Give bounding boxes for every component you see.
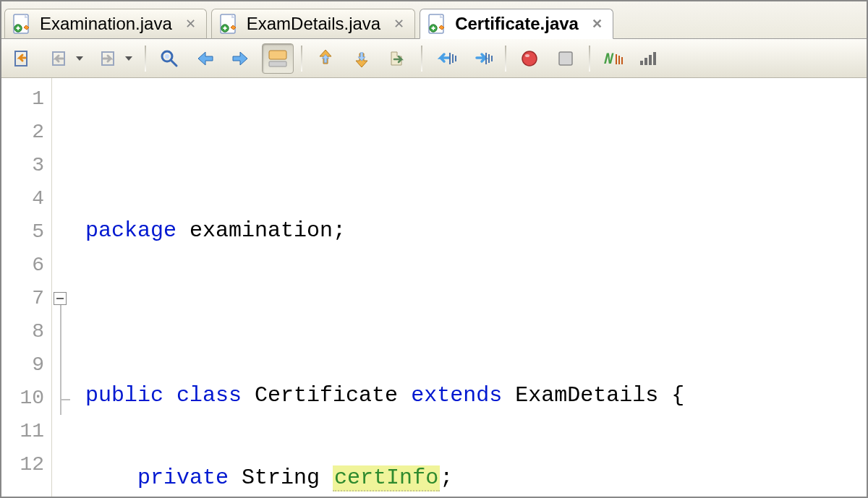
svg-point-17: [165, 54, 169, 59]
start-macro-button[interactable]: [430, 43, 461, 74]
back-history-button[interactable]: [43, 43, 88, 74]
dropdown-caret-icon: [125, 56, 132, 61]
close-icon[interactable]: ✕: [592, 16, 603, 32]
line-number: 1: [1, 82, 51, 116]
record-button[interactable]: [514, 43, 545, 74]
svg-rect-7: [224, 27, 226, 30]
code-line: public class Certificate extends ExamDet…: [77, 379, 867, 412]
editor-tabbar: Examination.java ✕ ExamDetails.java ✕: [1, 1, 867, 39]
line-number: 8: [1, 315, 51, 348]
code-area[interactable]: package examination; public class Certif…: [77, 78, 867, 497]
last-edit-button[interactable]: [7, 43, 39, 74]
tab-examdetails[interactable]: ExamDetails.java ✕: [211, 9, 415, 39]
toggle-highlight-button[interactable]: [262, 43, 294, 74]
code-line: private String certInfo;: [77, 461, 867, 494]
code-editor[interactable]: 1 2 3 4 5 6 7 8 9 10 11 12 package exami…: [1, 78, 867, 497]
toolbar-separator: [505, 46, 506, 72]
comment-button[interactable]: [382, 43, 414, 74]
toolbar-separator: [589, 46, 590, 72]
svg-rect-18: [269, 51, 286, 59]
dropdown-caret-icon: [76, 56, 83, 61]
code-line: [77, 132, 867, 165]
fold-column: [52, 78, 77, 497]
svg-line-16: [171, 60, 176, 66]
svg-rect-33: [640, 61, 643, 65]
line-number: 11: [1, 415, 51, 448]
fold-guide: [60, 399, 70, 400]
tab-examination[interactable]: Examination.java ✕: [4, 9, 207, 39]
shift-line-down-button[interactable]: [346, 43, 378, 74]
next-bookmark-button[interactable]: [226, 43, 258, 74]
line-number: 5: [1, 215, 51, 249]
highlighted-identifier: certInfo: [333, 465, 440, 491]
java-file-icon: [427, 14, 448, 34]
tab-certificate[interactable]: Certificate.java ✕: [420, 9, 613, 39]
stop-record-button[interactable]: [550, 43, 582, 74]
code-line: [77, 296, 867, 330]
code-line: package examination;: [77, 214, 867, 247]
line-number: 6: [1, 249, 51, 282]
shift-line-up-button[interactable]: [310, 43, 341, 74]
svg-point-26: [522, 51, 537, 66]
forward-history-button[interactable]: [93, 43, 137, 74]
tab-label: Examination.java: [40, 14, 172, 34]
svg-text:N: N: [603, 50, 614, 67]
java-file-icon: [219, 14, 239, 34]
svg-rect-35: [649, 55, 652, 65]
line-number: 3: [1, 149, 51, 182]
stop-macro-button[interactable]: [466, 43, 498, 74]
svg-point-27: [525, 54, 529, 57]
line-number: 9: [1, 348, 51, 382]
toolbar-separator: [145, 46, 146, 72]
find-selection-button[interactable]: [153, 43, 185, 74]
svg-rect-11: [433, 27, 434, 30]
toolbar-separator: [421, 46, 422, 72]
close-icon[interactable]: ✕: [393, 16, 404, 32]
diff-button[interactable]: N: [597, 43, 629, 74]
line-number-gutter: 1 2 3 4 5 6 7 8 9 10 11 12: [1, 78, 52, 497]
svg-rect-36: [653, 52, 656, 65]
svg-rect-3: [17, 27, 19, 30]
toolbar-separator: [301, 46, 302, 72]
tab-label: ExamDetails.java: [247, 14, 380, 34]
editor-toolbar: N: [1, 39, 867, 78]
svg-rect-19: [269, 61, 286, 66]
fold-toggle-icon[interactable]: [54, 292, 67, 305]
line-number: 7: [1, 282, 51, 315]
line-number: 10: [1, 382, 51, 415]
prev-bookmark-button[interactable]: [190, 43, 221, 74]
java-file-icon: [12, 14, 33, 34]
local-history-button[interactable]: [634, 43, 665, 74]
tab-label: Certificate.java: [455, 14, 579, 34]
line-number: 4: [1, 182, 51, 215]
close-icon[interactable]: ✕: [185, 16, 196, 32]
svg-rect-34: [644, 58, 647, 65]
line-number: 2: [1, 116, 51, 149]
line-number: 12: [1, 448, 51, 481]
svg-rect-28: [559, 52, 572, 65]
